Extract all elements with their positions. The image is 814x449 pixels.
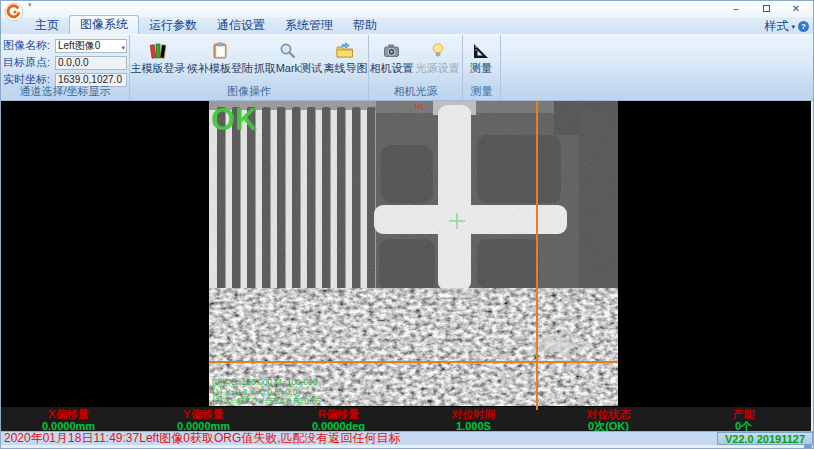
measure-button[interactable]: 测量 xyxy=(463,37,499,75)
tab-comm-settings[interactable]: 通信设置 xyxy=(207,17,275,34)
image-viewport: OK H1 (0)实S=100.000 M=100.000 (1) X=0.0 … xyxy=(1,101,814,431)
application-window: ▾ – ✕ 主页 图像系统 运行参数 通信设置 系统管理 帮助 样式 ▾ ? xyxy=(0,0,814,449)
metric-label: 产能 xyxy=(676,408,811,420)
help-icon[interactable]: ? xyxy=(798,21,809,32)
backup-template-login-button[interactable]: 候补模板登陆 xyxy=(187,37,253,75)
tab-image-system[interactable]: 图像系统 xyxy=(69,15,139,34)
app-logo-icon[interactable] xyxy=(4,2,24,22)
backup-template-login-label: 候补模板登陆 xyxy=(187,62,253,75)
field-target-origin: 目标原点: 0.0,0.0 xyxy=(3,55,129,70)
metric-align-time: 对位时间 1.000S xyxy=(406,407,541,431)
metric-x-offset: X偏移量 0.0000mm xyxy=(1,407,136,431)
close-button[interactable]: ✕ xyxy=(781,2,811,16)
camera-icon xyxy=(382,40,402,62)
minimize-button[interactable]: – xyxy=(721,2,751,16)
measure-buttons: 测量 xyxy=(463,35,500,75)
overlay-info-line-3: (2) X=457.0 Y=524.0 R=0.05 xyxy=(212,396,321,406)
group-measure: 测量 测量 xyxy=(463,35,501,100)
result-ok-text: OK xyxy=(211,102,258,137)
image-name-value: Left图像0 xyxy=(58,40,100,51)
grab-mark-test-label: 抓取Mark测试 xyxy=(254,62,322,75)
style-menu-label: 样式 xyxy=(764,18,788,35)
metric-label: 对位时间 xyxy=(406,408,541,420)
target-origin-label: 目标原点: xyxy=(3,55,55,70)
tab-run-params[interactable]: 运行参数 xyxy=(139,17,207,34)
style-dropdown-icon: ▾ xyxy=(791,23,795,31)
group-channel-coords: 图像名称: Left图像0 ▾ 目标原点: 0.0,0.0 实时坐标: 1639… xyxy=(1,35,130,100)
metric-y-offset: Y偏移量 0.0000mm xyxy=(136,407,271,431)
overlay-info-line-1: (0)实S=100.000 M=100.000 xyxy=(212,377,318,387)
group-label-camera-light: 相机光源 xyxy=(369,84,462,99)
crosshair-vertical-line xyxy=(536,101,538,410)
menu-tabs: 主页 图像系统 运行参数 通信设置 系统管理 帮助 xyxy=(25,17,387,34)
maximize-button[interactable] xyxy=(751,2,781,16)
metric-label: R偏移量 xyxy=(271,408,406,420)
main-template-login-button[interactable]: 主模版登录 xyxy=(130,37,186,75)
light-settings-label: 光源设置 xyxy=(416,62,460,75)
offline-image-label: 离线导图 xyxy=(323,62,367,75)
metric-align-status: 对位状态 0次(OK) xyxy=(541,407,676,431)
measure-label: 测量 xyxy=(470,62,492,75)
offline-image-button[interactable]: 离线导图 xyxy=(323,37,368,75)
combo-dropdown-icon: ▾ xyxy=(121,42,125,53)
grab-mark-test-button[interactable]: 抓取Mark测试 xyxy=(254,37,322,75)
version-badge: V22.0 20191127 xyxy=(717,432,813,445)
quick-access-dropdown-icon[interactable]: ▾ xyxy=(28,1,32,9)
metric-r-offset: R偏移量 0.0000deg xyxy=(271,407,406,431)
tab-system-mgmt[interactable]: 系统管理 xyxy=(275,17,343,34)
metrics-bar: X偏移量 0.0000mm Y偏移量 0.0000mm R偏移量 0.0000d… xyxy=(1,406,811,431)
magnifier-icon xyxy=(278,40,298,62)
field-image-name: 图像名称: Left图像0 ▾ xyxy=(3,38,129,53)
group-label-measure: 测量 xyxy=(463,84,500,99)
group-label-image-ops: 图像操作 xyxy=(130,84,368,99)
window-controls: – ✕ xyxy=(721,1,811,17)
light-settings-button: 光源设置 xyxy=(415,37,460,75)
image-name-label: 图像名称: xyxy=(3,38,55,53)
maximize-icon xyxy=(763,5,770,12)
status-bar: 2020年01月18日11:49:37Left图像0获取ORG值失败,匹配没有返… xyxy=(1,431,814,445)
tab-help[interactable]: 帮助 xyxy=(343,17,387,34)
group-label-channel: 通道选择/坐标显示 xyxy=(1,84,129,99)
style-menu-button[interactable]: 样式 ▾ ? xyxy=(764,18,809,35)
tab-home[interactable]: 主页 xyxy=(25,17,69,34)
coordinate-fields: 图像名称: Left图像0 ▾ 目标原点: 0.0,0.0 实时坐标: 1639… xyxy=(1,35,129,87)
camera-settings-label: 相机设置 xyxy=(370,62,414,75)
clipboard-icon xyxy=(210,40,230,62)
resize-grip[interactable] xyxy=(804,445,812,449)
bottom-strip xyxy=(1,445,814,449)
ribbon-toolbar: 图像名称: Left图像0 ▾ 目标原点: 0.0,0.0 实时坐标: 1639… xyxy=(1,34,814,101)
overlay-marker-text: H1 xyxy=(415,103,424,110)
metric-throughput: 产能 0个 xyxy=(676,407,811,431)
image-name-combobox[interactable]: Left图像0 ▾ xyxy=(55,39,127,53)
group-image-operations: 主模版登录 候补模板登陆 xyxy=(130,35,369,100)
metric-label: X偏移量 xyxy=(1,408,136,420)
folder-export-icon xyxy=(335,40,355,62)
camera-settings-button[interactable]: 相机设置 xyxy=(369,37,414,75)
metric-label: Y偏移量 xyxy=(136,408,271,420)
target-origin-value: 0.0,0.0 xyxy=(55,56,127,70)
group-camera-light: 相机设置 光源设置 相机光源 xyxy=(369,35,463,100)
books-icon xyxy=(148,40,168,62)
ruler-triangle-icon xyxy=(471,40,491,62)
camera-light-buttons: 相机设置 光源设置 xyxy=(369,35,462,75)
bulb-icon xyxy=(428,40,448,62)
image-operation-buttons: 主模版登录 候补模板登陆 xyxy=(130,35,368,75)
crosshair-horizontal-line xyxy=(209,361,618,363)
menu-bar: 主页 图像系统 运行参数 通信设置 系统管理 帮助 样式 ▾ ? xyxy=(1,17,814,34)
metric-label: 对位状态 xyxy=(541,408,676,420)
main-template-login-label: 主模版登录 xyxy=(130,62,185,75)
